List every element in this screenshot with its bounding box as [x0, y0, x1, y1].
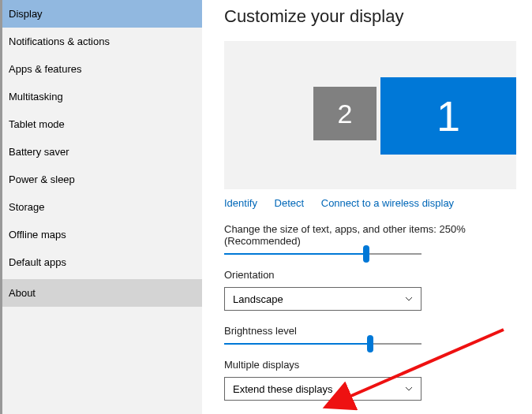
- main-panel: Customize your display 2 1 Identify Dete…: [202, 0, 532, 414]
- sidebar-item-default-apps[interactable]: Default apps: [2, 248, 202, 276]
- multiple-displays-dropdown[interactable]: Extend these displays: [224, 377, 421, 401]
- scale-slider[interactable]: [224, 253, 421, 255]
- sidebar-item-tablet-mode[interactable]: Tablet mode: [2, 110, 202, 138]
- sidebar-item-storage[interactable]: Storage: [2, 193, 202, 221]
- sidebar: DisplayNotifications & actionsApps & fea…: [0, 0, 202, 414]
- orientation-label: Orientation: [224, 269, 532, 281]
- sidebar-item-power-sleep[interactable]: Power & sleep: [2, 166, 202, 193]
- sidebar-item-notifications-actions[interactable]: Notifications & actions: [2, 28, 202, 55]
- sidebar-item-apps-features[interactable]: Apps & features: [2, 55, 202, 83]
- slider-thumb[interactable]: [367, 335, 373, 352]
- monitor-2[interactable]: 2: [313, 87, 377, 140]
- chevron-down-icon: [405, 385, 413, 393]
- connect-wireless-link[interactable]: Connect to a wireless display: [321, 197, 454, 209]
- sidebar-item-offline-maps[interactable]: Offline maps: [2, 221, 202, 248]
- monitor-1[interactable]: 1: [380, 77, 516, 155]
- sidebar-item-about[interactable]: About: [2, 279, 202, 307]
- orientation-value: Landscape: [233, 293, 283, 305]
- sidebar-item-multitasking[interactable]: Multitasking: [2, 83, 202, 110]
- identify-link[interactable]: Identify: [224, 197, 257, 209]
- page-title: Customize your display: [224, 6, 532, 27]
- brightness-label: Brightness level: [224, 325, 532, 337]
- chevron-down-icon: [405, 295, 413, 303]
- multiple-displays-label: Multiple displays: [224, 359, 532, 371]
- scale-label: Change the size of text, apps, and other…: [224, 223, 532, 247]
- orientation-dropdown[interactable]: Landscape: [224, 287, 421, 311]
- sidebar-item-battery-saver[interactable]: Battery saver: [2, 138, 202, 166]
- multiple-displays-value: Extend these displays: [233, 383, 332, 395]
- sidebar-item-display[interactable]: Display: [2, 0, 202, 28]
- display-links: Identify Detect Connect to a wireless di…: [224, 197, 532, 209]
- slider-thumb[interactable]: [363, 245, 369, 263]
- brightness-slider[interactable]: [224, 343, 421, 345]
- detect-link[interactable]: Detect: [275, 197, 305, 209]
- display-preview: 2 1: [224, 41, 516, 189]
